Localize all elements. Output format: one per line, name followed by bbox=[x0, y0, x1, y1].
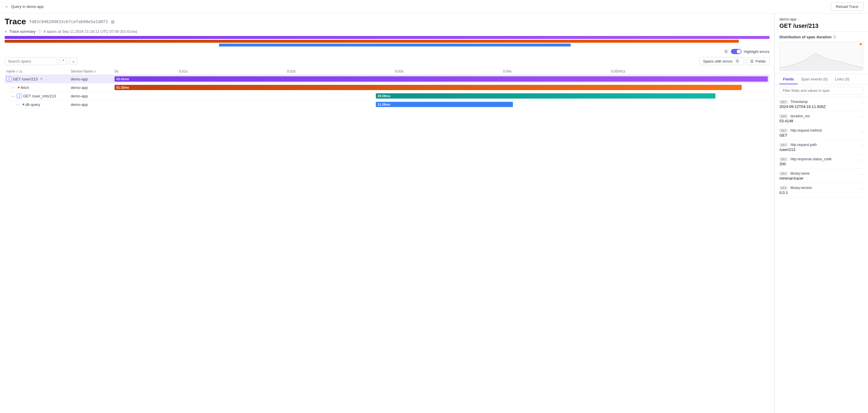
summary-info-icon[interactable]: ⓘ bbox=[38, 29, 41, 34]
field-more-icon[interactable]: … bbox=[860, 143, 863, 147]
field-item-http-path: str http.request.path … /user/213 bbox=[779, 140, 863, 154]
breadcrumb: demo-app › bbox=[779, 17, 863, 21]
clear-toggle-button[interactable]: ✕ bbox=[724, 49, 728, 54]
col-header-name: name ⇵ ▤ bbox=[5, 68, 69, 75]
col-header-service: Service Name ⇵ bbox=[69, 68, 113, 75]
field-type-badge: int bbox=[779, 114, 787, 118]
connector-line: — bbox=[11, 85, 15, 90]
distribution-chart bbox=[779, 41, 863, 71]
span-timeline-cell: 51.32ms bbox=[113, 83, 770, 92]
fields-icon: ☰ bbox=[750, 59, 754, 63]
field-more-icon[interactable]: … bbox=[860, 157, 863, 161]
span-service-cell: demo-app bbox=[69, 100, 113, 109]
summary-label: Trace summary bbox=[9, 29, 36, 34]
timeline-bars bbox=[5, 36, 770, 47]
highlight-errors-toggle[interactable] bbox=[731, 49, 741, 54]
field-item-status-code: str http.response.status_code … 200 bbox=[779, 154, 863, 169]
connector-line: — bbox=[16, 102, 20, 107]
tab-fields[interactable]: Fields bbox=[779, 74, 798, 84]
spans-table: name ⇵ ▤ Service Name ⇵ 0s 0.01s 0.02s bbox=[5, 68, 770, 109]
span-name-cell: — 1 GET /user_info/213 bbox=[5, 92, 69, 100]
field-value: 200 bbox=[779, 162, 863, 166]
field-type-badge: str bbox=[779, 186, 787, 190]
summary-text: 4 spans at Sep 11 2024 21:16:11 UTC-07:0… bbox=[43, 29, 137, 34]
field-name: http.request.path bbox=[790, 143, 817, 147]
fields-label: Fields bbox=[755, 59, 766, 63]
span-name-label: db query bbox=[25, 102, 40, 107]
span-bar: 29.59ms bbox=[376, 93, 715, 98]
col-header-005s: 0.05341s bbox=[609, 68, 770, 75]
table-row[interactable]: 2 GET /user/213 👁 … demo-app 53.41ms bbox=[5, 75, 770, 83]
back-arrow-icon: ← bbox=[5, 4, 9, 9]
field-more-icon[interactable]: … bbox=[860, 114, 863, 118]
span-timeline-cell: 29.59ms bbox=[113, 92, 770, 100]
field-name: http.response.status_code bbox=[790, 157, 832, 161]
filter-fields-input[interactable] bbox=[779, 87, 863, 94]
span-name-cell: — fetch bbox=[5, 83, 69, 92]
span-badge-1: 1 bbox=[17, 94, 22, 98]
field-value: 0.0.1 bbox=[779, 190, 863, 195]
name-filter-icon[interactable]: ▤ bbox=[19, 69, 22, 73]
spans-with-errors-button[interactable]: Spans with errors 0 bbox=[699, 57, 744, 65]
search-filter-bar: ⌃ ⌄ Spans with errors 0 ☰ Fields bbox=[5, 57, 770, 65]
table-row[interactable]: — 1 GET /user_info/213 demo-app 29.59ms bbox=[5, 92, 770, 100]
field-name: http.request.method bbox=[790, 128, 822, 132]
field-more-icon[interactable]: … bbox=[860, 186, 863, 190]
table-row[interactable]: — db query demo-app 11.38ms bbox=[5, 100, 770, 109]
field-item-duration: int duration_ms … 53.4148 bbox=[779, 112, 863, 126]
summary-toggle[interactable]: ∧ bbox=[5, 30, 7, 33]
field-value: /user/213 bbox=[779, 147, 863, 152]
chart-dot bbox=[860, 43, 862, 45]
timeline-bar-purple bbox=[5, 36, 770, 39]
breadcrumb-arrow-icon: › bbox=[799, 17, 800, 21]
field-more-icon[interactable]: … bbox=[860, 100, 863, 104]
field-name: library.name bbox=[790, 171, 810, 176]
service-sort-icon[interactable]: ⇵ bbox=[94, 70, 96, 73]
field-type-badge: str bbox=[779, 172, 787, 176]
field-item-http-method: str http.request.method … GET bbox=[779, 126, 863, 140]
connector-line: — bbox=[11, 94, 15, 98]
field-more-icon[interactable]: … bbox=[860, 171, 863, 176]
span-bar: 11.38ms bbox=[376, 102, 513, 107]
fields-button[interactable]: ☰ Fields bbox=[746, 57, 770, 65]
span-name-cell: — db query bbox=[5, 100, 69, 109]
field-item-timestamp: str Timestamp … 2024-09-12T04:16:11.826Z bbox=[779, 97, 863, 112]
right-panel: demo-app › GET /user/213 Distribution of… bbox=[774, 13, 868, 413]
back-link[interactable]: ← Query in demo-app bbox=[5, 4, 43, 9]
span-timeline-cell: 11.38ms bbox=[113, 100, 770, 109]
field-type-badge: str bbox=[779, 143, 787, 147]
field-more-icon[interactable]: … bbox=[860, 128, 863, 132]
field-type-badge: str bbox=[779, 157, 787, 161]
distribution-title: Distribution of span duration ⓘ bbox=[779, 35, 863, 39]
back-link-label: Query in demo-app bbox=[11, 4, 43, 9]
timeline-bar-orange bbox=[5, 40, 739, 43]
name-sort-icon[interactable]: ⇵ bbox=[16, 70, 19, 73]
span-dot-orange bbox=[18, 87, 20, 88]
copy-icon[interactable]: ▦ bbox=[111, 19, 115, 24]
table-row[interactable]: — fetch demo-app 51.32ms bbox=[5, 83, 770, 92]
col-header-004s: 0.04s bbox=[501, 68, 609, 75]
span-bar: 51.32ms bbox=[115, 85, 742, 90]
eye-icon[interactable]: 👁 bbox=[40, 77, 43, 81]
field-type-badge: str bbox=[779, 129, 787, 132]
distribution-info-icon[interactable]: ⓘ bbox=[833, 35, 836, 39]
summary-bar: ∧ Trace summary ⓘ 4 spans at Sep 11 2024… bbox=[5, 29, 770, 34]
breadcrumb-link[interactable]: demo-app bbox=[779, 17, 797, 21]
tab-links[interactable]: Links (0) bbox=[831, 74, 853, 84]
tab-span-events[interactable]: Span events (0) bbox=[798, 74, 832, 84]
nav-up-button[interactable]: ⌃ bbox=[60, 57, 67, 65]
field-type-badge: str bbox=[779, 100, 787, 104]
field-name: Timestamp bbox=[790, 100, 808, 104]
reload-trace-button[interactable]: Reload Trace bbox=[831, 2, 863, 11]
more-icon[interactable]: … bbox=[44, 77, 48, 81]
search-spans-input[interactable] bbox=[5, 57, 57, 65]
col-header-001s: 0.01s bbox=[177, 68, 285, 75]
trace-heading: Trace bbox=[5, 17, 26, 26]
right-panel-title: GET /user/213 bbox=[779, 23, 863, 29]
span-timeline-cell: 53.41ms bbox=[113, 75, 770, 83]
nav-down-button[interactable]: ⌄ bbox=[69, 57, 77, 65]
main-layout: Trace fd83c046289633c67cefab98e5a1d8f3 ▦… bbox=[0, 13, 868, 413]
errors-count-badge: 0 bbox=[735, 59, 741, 63]
tabs-bar: Fields Span events (0) Links (0) bbox=[775, 74, 868, 85]
toggle-slider bbox=[731, 49, 741, 54]
